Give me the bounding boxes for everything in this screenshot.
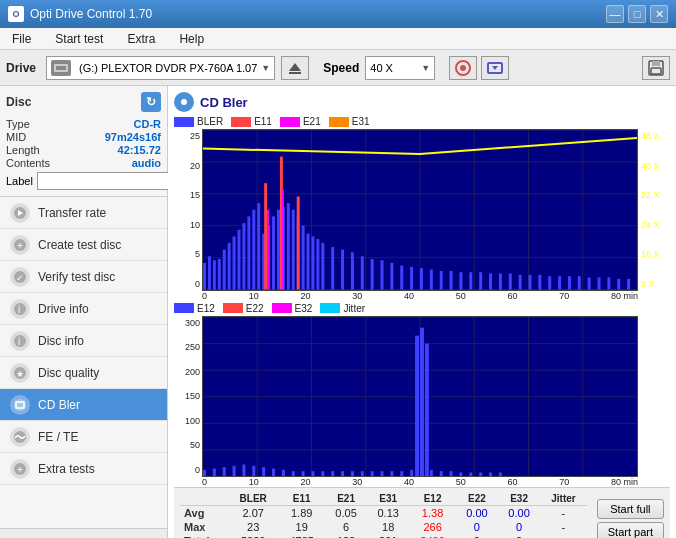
svg-rect-61 (277, 210, 280, 290)
disc-contents-row: Contents audio (6, 157, 161, 169)
disc-mid-row: MID 97m24s16f (6, 131, 161, 143)
svg-rect-99 (558, 276, 561, 289)
content-area: CD Bler BLER E11 (168, 86, 676, 538)
eject-button[interactable] (281, 56, 309, 80)
stats-total-jitter: - (540, 534, 587, 538)
stats-area: BLER E11 E21 E31 E12 E22 E32 Jitter (174, 487, 670, 538)
speed-selector[interactable]: 40 X ▼ (365, 56, 435, 80)
nav-label-disc-quality: Disc quality (38, 366, 99, 380)
disc-length-label: Length (6, 144, 40, 156)
svg-rect-128 (242, 464, 245, 476)
sidebar-item-fe-te[interactable]: FE / TE (0, 421, 167, 453)
sidebar-item-transfer-rate[interactable]: Transfer rate (0, 197, 167, 229)
top-y-axis-right: 48 X 40 X 32 X 24 X 16 X 8 X (638, 129, 670, 291)
svg-rect-127 (233, 465, 236, 476)
drive-icon (51, 60, 71, 76)
legend-e11: E11 (231, 116, 272, 127)
sidebar-item-cd-bler[interactable]: CD Bler (0, 389, 167, 421)
sidebar-item-disc-info[interactable]: i Disc info (0, 325, 167, 357)
svg-rect-90 (469, 272, 472, 289)
menu-help[interactable]: Help (173, 30, 210, 48)
fe-te-icon (10, 427, 30, 447)
svg-rect-88 (450, 271, 453, 290)
sidebar-item-extra-tests[interactable]: + Extra tests (0, 453, 167, 485)
close-button[interactable]: ✕ (650, 5, 668, 23)
nav-label-drive-info: Drive info (38, 302, 89, 316)
svg-rect-52 (233, 236, 236, 289)
stats-col-header-e31: E31 (367, 492, 409, 506)
disc-length-value: 42:15.72 (118, 144, 161, 156)
svg-text:✓: ✓ (16, 273, 24, 283)
toolbar-icon-1[interactable] (449, 56, 477, 80)
maximize-button[interactable]: □ (628, 5, 646, 23)
app-icon: O (8, 6, 24, 22)
svg-rect-95 (519, 275, 522, 290)
svg-rect-63 (287, 203, 290, 289)
save-button[interactable] (642, 56, 670, 80)
drive-text: (G:) PLEXTOR DVDR PX-760A 1.07 (79, 62, 257, 74)
disc-refresh-button[interactable]: ↻ (141, 92, 161, 112)
svg-rect-144 (400, 471, 403, 476)
svg-rect-136 (321, 471, 324, 476)
start-full-button[interactable]: Start full (597, 499, 664, 519)
svg-rect-53 (238, 230, 241, 290)
svg-rect-80 (420, 268, 423, 289)
drive-dropdown-arrow: ▼ (261, 63, 270, 73)
disc-info-icon: i (10, 331, 30, 351)
bottom-chart-svg-area (202, 316, 638, 478)
legend-e21-color (280, 117, 300, 127)
menu-file[interactable]: File (6, 30, 37, 48)
svg-text:i: i (18, 304, 20, 315)
chart-panel: CD Bler BLER E11 (168, 86, 676, 538)
top-y-axis-left: 25 20 15 10 5 0 (174, 129, 202, 291)
svg-rect-85 (282, 190, 284, 290)
svg-rect-60 (272, 216, 275, 289)
svg-rect-77 (390, 263, 393, 290)
svg-rect-145 (410, 469, 413, 476)
svg-rect-152 (489, 472, 492, 476)
svg-rect-3 (289, 72, 301, 74)
titlebar-left: O Opti Drive Control 1.70 (8, 6, 152, 22)
stats-avg-jitter: - (540, 506, 587, 521)
stats-max-e12: 266 (409, 520, 456, 534)
svg-rect-138 (341, 471, 344, 476)
disc-panel: Disc ↻ Type CD-R MID 97m24s16f Length 42… (0, 86, 167, 197)
sidebar-item-create-test-disc[interactable]: + Create test disc (0, 229, 167, 261)
sidebar-item-drive-info[interactable]: i Drive info (0, 293, 167, 325)
stats-col-header-e21: E21 (325, 492, 367, 506)
menu-extra[interactable]: Extra (121, 30, 161, 48)
stats-avg-e22: 0.00 (456, 506, 498, 521)
legend-e22: E22 (223, 303, 264, 314)
drive-selector[interactable]: (G:) PLEXTOR DVDR PX-760A 1.07 ▼ (46, 56, 275, 80)
svg-rect-46 (203, 263, 206, 290)
extra-tests-icon: + (10, 459, 30, 479)
legend-e12-label: E12 (197, 303, 215, 314)
stats-total-e22: 0 (456, 534, 498, 538)
stats-max-row: Max 23 19 6 18 266 0 0 - (180, 520, 587, 534)
menu-start-test[interactable]: Start test (49, 30, 109, 48)
charts-area: BLER E11 E21 E31 (174, 116, 670, 487)
minimize-button[interactable]: — (606, 5, 624, 23)
stats-avg-bler: 2.07 (228, 506, 278, 521)
sidebar-item-verify-test-disc[interactable]: ✓ Verify test disc (0, 261, 167, 293)
svg-rect-134 (302, 471, 305, 476)
stats-max-e32: 0 (498, 520, 540, 534)
svg-rect-54 (242, 223, 245, 289)
status-window-button[interactable]: Status window >> (0, 528, 167, 538)
create-test-disc-icon: + (10, 235, 30, 255)
svg-rect-92 (489, 274, 492, 290)
stats-max-label: Max (180, 520, 228, 534)
sidebar-item-disc-quality[interactable]: ★ Disc quality (0, 357, 167, 389)
stats-total-label: Total (180, 534, 228, 538)
disc-label-input[interactable] (37, 172, 170, 190)
toolbar-icon-2[interactable] (481, 56, 509, 80)
svg-rect-98 (548, 276, 551, 289)
stats-max-bler: 23 (228, 520, 278, 534)
disc-type-row: Type CD-R (6, 118, 161, 130)
legend-e31-label: E31 (352, 116, 370, 127)
start-part-button[interactable]: Start part (597, 522, 664, 539)
svg-rect-122 (420, 327, 424, 476)
svg-rect-87 (440, 271, 443, 290)
bottom-chart-section: E12 E22 E32 Jitter (174, 303, 670, 488)
stats-buttons: Start full Start part (593, 488, 670, 538)
